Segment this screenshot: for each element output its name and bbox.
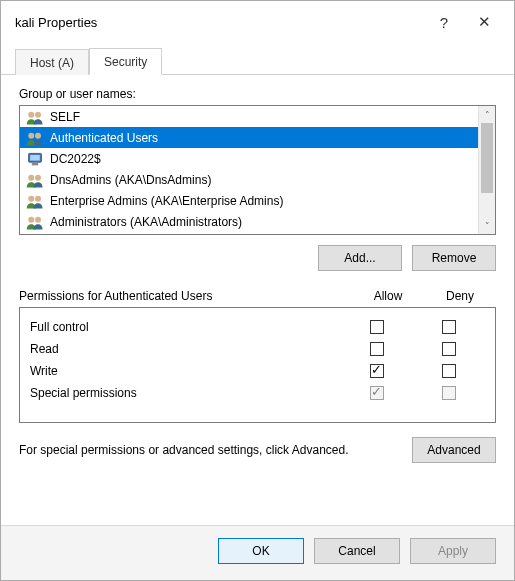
list-item-label: Administrators (AKA\Administrators) — [50, 215, 242, 229]
permission-label: Write — [30, 364, 341, 378]
svg-rect-5 — [30, 155, 40, 161]
computer-icon — [26, 151, 44, 167]
permissions-header: Permissions for Authenticated Users Allo… — [19, 289, 496, 303]
svg-point-3 — [35, 132, 41, 138]
help-button[interactable]: ? — [424, 9, 464, 35]
list-item[interactable]: Authenticated Users — [20, 127, 478, 148]
list-item[interactable]: Enterprise Admins (AKA\Enterprise Admins… — [20, 190, 478, 211]
permission-row: Special permissions — [30, 382, 485, 404]
permission-row: Full control — [30, 316, 485, 338]
scroll-track[interactable] — [479, 123, 495, 217]
apply-button[interactable]: Apply — [410, 538, 496, 564]
deny-checkbox[interactable] — [442, 320, 456, 334]
allow-checkbox[interactable] — [370, 342, 384, 356]
properties-dialog: kali Properties ? ✕ Host (A) Security Gr… — [0, 0, 515, 581]
permission-row: Write — [30, 360, 485, 382]
tab-body: Group or user names: SELF Authenticated … — [1, 75, 514, 525]
allow-checkbox — [370, 386, 384, 400]
users-icon — [26, 109, 44, 125]
scroll-down-icon[interactable]: ˅ — [479, 217, 495, 234]
advanced-button[interactable]: Advanced — [412, 437, 496, 463]
tab-strip: Host (A) Security — [1, 41, 514, 75]
window-title: kali Properties — [15, 15, 424, 30]
advanced-text: For special permissions or advanced sett… — [19, 442, 400, 458]
svg-point-8 — [35, 174, 41, 180]
allow-col-header: Allow — [352, 289, 424, 303]
list-item-label: Authenticated Users — [50, 131, 158, 145]
add-button[interactable]: Add... — [318, 245, 402, 271]
svg-point-10 — [35, 195, 41, 201]
ok-button[interactable]: OK — [218, 538, 304, 564]
permissions-box: Full control Read Write Special permissi… — [19, 307, 496, 423]
scroll-thumb[interactable] — [481, 123, 493, 193]
svg-point-2 — [28, 132, 34, 138]
list-item[interactable]: Administrators (AKA\Administrators) — [20, 211, 478, 232]
users-icon — [26, 193, 44, 209]
users-icon — [26, 172, 44, 188]
svg-point-11 — [28, 216, 34, 222]
group-list-content: SELF Authenticated Users DC2022$ DnsAdmi… — [20, 106, 478, 234]
remove-button[interactable]: Remove — [412, 245, 496, 271]
list-item-label: Enterprise Admins (AKA\Enterprise Admins… — [50, 194, 283, 208]
tab-security[interactable]: Security — [89, 48, 162, 75]
group-listbox[interactable]: SELF Authenticated Users DC2022$ DnsAdmi… — [19, 105, 496, 235]
svg-point-0 — [28, 111, 34, 117]
list-item-label: DnsAdmins (AKA\DnsAdmins) — [50, 173, 211, 187]
list-item[interactable]: DC2022$ — [20, 148, 478, 169]
users-icon — [26, 214, 44, 230]
svg-point-12 — [35, 216, 41, 222]
svg-rect-6 — [32, 163, 38, 165]
deny-checkbox[interactable] — [442, 342, 456, 356]
users-icon — [26, 130, 44, 146]
scrollbar[interactable]: ˄ ˅ — [478, 106, 495, 234]
list-item[interactable]: SELF — [20, 106, 478, 127]
list-item[interactable]: DnsAdmins (AKA\DnsAdmins) — [20, 169, 478, 190]
close-button[interactable]: ✕ — [464, 9, 504, 35]
deny-checkbox — [442, 386, 456, 400]
deny-col-header: Deny — [424, 289, 496, 303]
permission-label: Special permissions — [30, 386, 341, 400]
advanced-row: For special permissions or advanced sett… — [19, 437, 496, 463]
group-list-label: Group or user names: — [19, 87, 496, 101]
cancel-button[interactable]: Cancel — [314, 538, 400, 564]
allow-checkbox[interactable] — [370, 364, 384, 378]
dialog-footer: OK Cancel Apply — [1, 525, 514, 580]
list-item-label: DC2022$ — [50, 152, 101, 166]
permission-row: Read — [30, 338, 485, 360]
permission-label: Read — [30, 342, 341, 356]
permissions-for-label: Permissions for Authenticated Users — [19, 289, 352, 303]
list-item-label: SELF — [50, 110, 80, 124]
allow-checkbox[interactable] — [370, 320, 384, 334]
group-buttons: Add... Remove — [19, 245, 496, 271]
svg-point-9 — [28, 195, 34, 201]
tab-host-a[interactable]: Host (A) — [15, 49, 89, 75]
permission-label: Full control — [30, 320, 341, 334]
svg-point-7 — [28, 174, 34, 180]
svg-point-1 — [35, 111, 41, 117]
deny-checkbox[interactable] — [442, 364, 456, 378]
titlebar: kali Properties ? ✕ — [1, 1, 514, 41]
scroll-up-icon[interactable]: ˄ — [479, 106, 495, 123]
